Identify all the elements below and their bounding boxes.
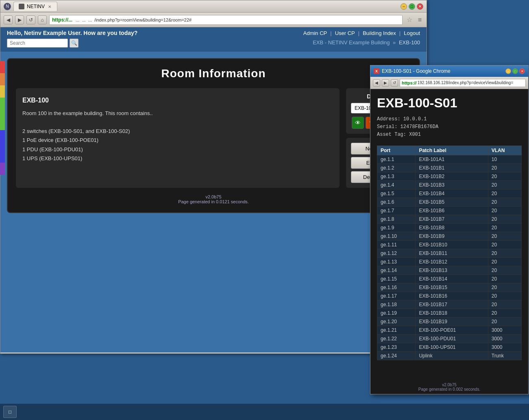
popup-url-text: 192.168.106.128/index.php?p=deviceView&b… <box>418 81 514 85</box>
patch-cell: EXB-101B9 <box>416 232 488 240</box>
popup-window: X EXB-100-S01 - Google Chrome – □ ✕ ◀ ▶ … <box>370 65 529 394</box>
vlan-cell: 20 <box>488 232 521 240</box>
port-cell: ge.1.1 <box>377 155 416 163</box>
popup-titlebar: X EXB-100-S01 - Google Chrome – □ ✕ <box>370 65 528 77</box>
popup-close-btn[interactable]: ✕ <box>519 68 525 74</box>
device-metadata: Address: 10.0.0.1 Serial: 12478FB1676DA … <box>377 115 522 139</box>
maximize-btn[interactable]: □ <box>409 3 415 10</box>
room-detail-1: 2 switches (EXB-100-S01, and EXB-100-S02… <box>22 127 333 136</box>
popup-toolbar: ◀ ▶ ↺ https:// 192.168.106.128/index.php… <box>370 77 528 89</box>
port-cell: ge.1.24 <box>377 351 416 360</box>
back-btn[interactable]: ◀ <box>4 15 13 24</box>
port-cell: ge.1.21 <box>377 326 416 334</box>
logout-link[interactable]: Logout <box>404 30 420 36</box>
browser-tab[interactable]: NETINV ✕ <box>13 2 57 11</box>
user-cp-link[interactable]: User CP <box>335 30 355 36</box>
vlan-cell: 20 <box>488 206 521 215</box>
search-input[interactable] <box>7 39 68 48</box>
url-text: ... ... ... /index.php?p=roomView&buildi… <box>73 17 192 22</box>
popup-address-bar[interactable]: https:// 192.168.106.128/index.php?p=dev… <box>400 79 526 87</box>
table-row: ge.1.12 EXB-101B11 20 <box>377 249 522 257</box>
bookmark-btn[interactable]: ☆ <box>405 16 414 24</box>
serial-value: 12478FB1676DA <box>401 124 439 130</box>
popup-back-btn[interactable]: ◀ <box>373 79 380 87</box>
popup-reload-btn[interactable]: ↺ <box>391 79 398 87</box>
taskbar-item[interactable]: □ <box>3 406 17 418</box>
patch-cell: EXB-100-POE01 <box>416 326 488 334</box>
breadcrumb-building-link[interactable]: EXB - NETINV Example Building <box>313 39 390 46</box>
port-cell: ge.1.6 <box>377 198 416 206</box>
table-row: ge.1.21 EXB-100-POE01 3000 <box>377 326 522 334</box>
building-index-link[interactable]: Building Index <box>363 30 396 36</box>
main-content: Room Information EXB-100 Room 100 in the… <box>0 52 427 353</box>
table-row: ge.1.14 EXB-101B13 20 <box>377 266 522 274</box>
port-cell: ge.1.23 <box>377 343 416 351</box>
address-value: 10.0.0.1 <box>403 116 427 122</box>
port-cell: ge.1.14 <box>377 266 416 274</box>
patch-cell: EXB-101B14 <box>416 274 488 283</box>
greeting-text: Hello, Netinv Example User. How are you … <box>7 30 137 36</box>
patch-cell: EXB-101B12 <box>416 257 488 266</box>
forward-btn[interactable]: ▶ <box>15 15 24 24</box>
port-cell: ge.1.2 <box>377 163 416 172</box>
minimize-btn[interactable]: – <box>401 3 407 10</box>
col-header-patch: Patch Label <box>416 146 488 155</box>
popup-tab-icon: X <box>374 68 379 74</box>
port-cell: ge.1.7 <box>377 206 416 215</box>
menu-btn[interactable]: ≡ <box>416 16 423 24</box>
popup-content: EXB-100-S01 Address: 10.0.0.1 Serial: 12… <box>370 89 528 380</box>
close-btn[interactable]: ✕ <box>417 3 423 10</box>
patch-cell: EXB-101B17 <box>416 300 488 309</box>
reload-btn[interactable]: ↺ <box>26 15 35 24</box>
port-cell: ge.1.5 <box>377 189 416 198</box>
search-btn[interactable]: 🔍 <box>70 39 78 48</box>
patch-cell: EXB-101A1 <box>416 155 488 163</box>
table-row: ge.1.9 EXB-101B8 20 <box>377 223 522 232</box>
home-btn[interactable]: ⌂ <box>38 15 47 24</box>
popup-minimize-btn[interactable]: – <box>505 68 511 74</box>
view-device-btn[interactable]: 👁 <box>352 117 364 129</box>
table-row: ge.1.20 EXB-101B19 20 <box>377 317 522 326</box>
col-header-port: Port <box>377 146 416 155</box>
port-cell: ge.1.4 <box>377 181 416 189</box>
vlan-cell: 20 <box>488 283 521 292</box>
patch-cell: EXB-101B1 <box>416 163 488 172</box>
port-cell: ge.1.9 <box>377 223 416 232</box>
popup-maximize-btn[interactable]: □ <box>512 68 518 74</box>
popup-win-controls: – □ ✕ <box>505 68 525 74</box>
patch-cell: EXB-101B13 <box>416 266 488 274</box>
port-cell: ge.1.17 <box>377 292 416 300</box>
asset-value: X001 <box>409 132 421 137</box>
vlan-cell: 20 <box>488 198 521 206</box>
table-row: ge.1.4 EXB-101B3 20 <box>377 181 522 189</box>
table-row: ge.1.1 EXB-101A1 10 <box>377 155 522 163</box>
port-cell: ge.1.19 <box>377 309 416 317</box>
vlan-cell: 20 <box>488 223 521 232</box>
vlan-cell: Trunk <box>488 351 521 360</box>
taskbar: □ <box>0 404 529 420</box>
address-bar[interactable]: https://... ... ... ... /index.php?p=roo… <box>49 15 403 25</box>
nav-row-top: Hello, Netinv Example User. How are you … <box>7 30 420 36</box>
room-panel: Room Information EXB-100 Room 100 in the… <box>7 58 420 213</box>
port-cell: ge.1.20 <box>377 317 416 326</box>
port-cell: ge.1.16 <box>377 283 416 292</box>
patch-cell: EXB-101B2 <box>416 172 488 181</box>
patch-cell: EXB-101B5 <box>416 198 488 206</box>
color-segment-yellow <box>0 85 5 98</box>
patch-cell: EXB-101B10 <box>416 240 488 249</box>
vlan-cell: 20 <box>488 181 521 189</box>
popup-footer-generated: Page generated in 0.002 seconds. <box>373 387 526 392</box>
tab-close-btn[interactable]: ✕ <box>47 4 52 9</box>
table-row: ge.1.7 EXB-101B6 20 <box>377 206 522 215</box>
popup-forward-btn[interactable]: ▶ <box>382 79 389 87</box>
vlan-cell: 3000 <box>488 343 521 351</box>
patch-cell: EXB-101B15 <box>416 283 488 292</box>
popup-footer: v2.0b75 Page generated in 0.002 seconds. <box>370 380 528 394</box>
tab-favicon <box>19 4 24 9</box>
port-cell: ge.1.18 <box>377 300 416 309</box>
asset-label: Asset Tag: <box>377 132 409 137</box>
table-row: ge.1.24 Uplink Trunk <box>377 351 522 360</box>
room-detail-4: 1 UPS (EXB-100-UPS01) <box>22 154 333 163</box>
browser-toolbar: ◀ ▶ ↺ ⌂ https://... ... ... ... /index.p… <box>0 13 427 27</box>
admin-cp-link[interactable]: Admin CP <box>303 30 327 36</box>
